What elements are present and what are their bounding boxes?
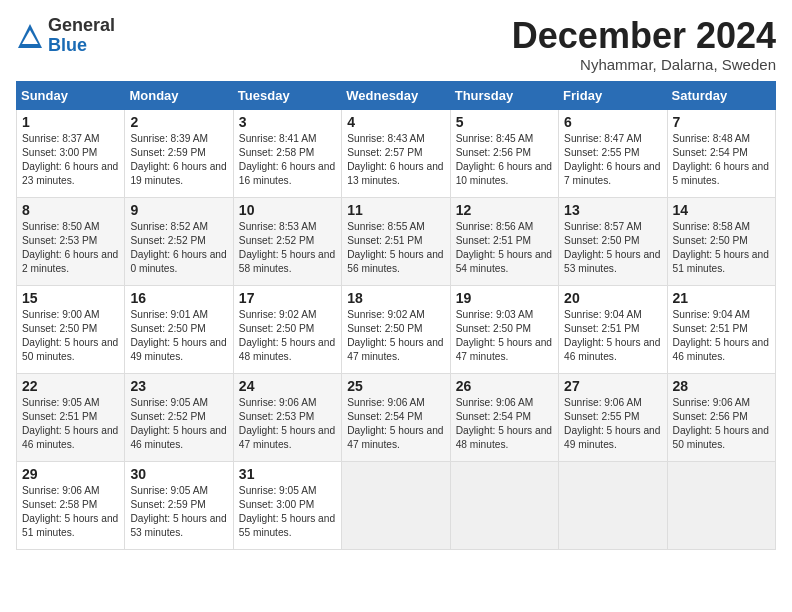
calendar-cell: 24Sunrise: 9:06 AM Sunset: 2:53 PM Dayli… <box>233 373 341 461</box>
cell-content: Sunrise: 9:06 AM Sunset: 2:53 PM Dayligh… <box>239 396 336 453</box>
header-saturday: Saturday <box>667 81 775 109</box>
cell-content: Sunrise: 8:57 AM Sunset: 2:50 PM Dayligh… <box>564 220 661 277</box>
cell-content: Sunrise: 9:03 AM Sunset: 2:50 PM Dayligh… <box>456 308 553 365</box>
calendar-week-row: 29Sunrise: 9:06 AM Sunset: 2:58 PM Dayli… <box>17 461 776 549</box>
cell-content: Sunrise: 9:02 AM Sunset: 2:50 PM Dayligh… <box>239 308 336 365</box>
day-number: 26 <box>456 378 553 394</box>
day-number: 2 <box>130 114 227 130</box>
calendar-cell: 25Sunrise: 9:06 AM Sunset: 2:54 PM Dayli… <box>342 373 450 461</box>
day-number: 19 <box>456 290 553 306</box>
calendar-cell: 26Sunrise: 9:06 AM Sunset: 2:54 PM Dayli… <box>450 373 558 461</box>
cell-content: Sunrise: 8:45 AM Sunset: 2:56 PM Dayligh… <box>456 132 553 189</box>
day-number: 28 <box>673 378 770 394</box>
logo-text: General Blue <box>48 16 115 56</box>
calendar-cell <box>559 461 667 549</box>
header-friday: Friday <box>559 81 667 109</box>
calendar-cell: 7Sunrise: 8:48 AM Sunset: 2:54 PM Daylig… <box>667 109 775 197</box>
cell-content: Sunrise: 9:00 AM Sunset: 2:50 PM Dayligh… <box>22 308 119 365</box>
day-number: 31 <box>239 466 336 482</box>
day-number: 6 <box>564 114 661 130</box>
calendar-cell: 1Sunrise: 8:37 AM Sunset: 3:00 PM Daylig… <box>17 109 125 197</box>
header-wednesday: Wednesday <box>342 81 450 109</box>
day-number: 5 <box>456 114 553 130</box>
cell-content: Sunrise: 8:47 AM Sunset: 2:55 PM Dayligh… <box>564 132 661 189</box>
cell-content: Sunrise: 8:58 AM Sunset: 2:50 PM Dayligh… <box>673 220 770 277</box>
calendar-cell: 15Sunrise: 9:00 AM Sunset: 2:50 PM Dayli… <box>17 285 125 373</box>
month-title: December 2024 <box>512 16 776 56</box>
day-number: 21 <box>673 290 770 306</box>
calendar-cell: 23Sunrise: 9:05 AM Sunset: 2:52 PM Dayli… <box>125 373 233 461</box>
header-monday: Monday <box>125 81 233 109</box>
calendar-cell: 12Sunrise: 8:56 AM Sunset: 2:51 PM Dayli… <box>450 197 558 285</box>
header-thursday: Thursday <box>450 81 558 109</box>
calendar-cell: 31Sunrise: 9:05 AM Sunset: 3:00 PM Dayli… <box>233 461 341 549</box>
header-sunday: Sunday <box>17 81 125 109</box>
cell-content: Sunrise: 8:41 AM Sunset: 2:58 PM Dayligh… <box>239 132 336 189</box>
cell-content: Sunrise: 8:43 AM Sunset: 2:57 PM Dayligh… <box>347 132 444 189</box>
logo: General Blue <box>16 16 115 56</box>
day-number: 18 <box>347 290 444 306</box>
cell-content: Sunrise: 8:37 AM Sunset: 3:00 PM Dayligh… <box>22 132 119 189</box>
cell-content: Sunrise: 9:06 AM Sunset: 2:56 PM Dayligh… <box>673 396 770 453</box>
cell-content: Sunrise: 9:06 AM Sunset: 2:54 PM Dayligh… <box>347 396 444 453</box>
calendar-cell: 9Sunrise: 8:52 AM Sunset: 2:52 PM Daylig… <box>125 197 233 285</box>
cell-content: Sunrise: 9:06 AM Sunset: 2:55 PM Dayligh… <box>564 396 661 453</box>
day-number: 30 <box>130 466 227 482</box>
cell-content: Sunrise: 8:55 AM Sunset: 2:51 PM Dayligh… <box>347 220 444 277</box>
cell-content: Sunrise: 8:56 AM Sunset: 2:51 PM Dayligh… <box>456 220 553 277</box>
calendar-header-row: SundayMondayTuesdayWednesdayThursdayFrid… <box>17 81 776 109</box>
calendar-cell: 18Sunrise: 9:02 AM Sunset: 2:50 PM Dayli… <box>342 285 450 373</box>
calendar-cell: 30Sunrise: 9:05 AM Sunset: 2:59 PM Dayli… <box>125 461 233 549</box>
calendar-cell: 8Sunrise: 8:50 AM Sunset: 2:53 PM Daylig… <box>17 197 125 285</box>
calendar-cell: 3Sunrise: 8:41 AM Sunset: 2:58 PM Daylig… <box>233 109 341 197</box>
location-subtitle: Nyhammar, Dalarna, Sweden <box>512 56 776 73</box>
page-header: General Blue December 2024 Nyhammar, Dal… <box>16 16 776 73</box>
calendar-cell: 17Sunrise: 9:02 AM Sunset: 2:50 PM Dayli… <box>233 285 341 373</box>
day-number: 16 <box>130 290 227 306</box>
logo-general-label: General <box>48 16 115 36</box>
cell-content: Sunrise: 8:52 AM Sunset: 2:52 PM Dayligh… <box>130 220 227 277</box>
calendar-cell <box>667 461 775 549</box>
day-number: 24 <box>239 378 336 394</box>
cell-content: Sunrise: 9:06 AM Sunset: 2:58 PM Dayligh… <box>22 484 119 541</box>
day-number: 20 <box>564 290 661 306</box>
day-number: 4 <box>347 114 444 130</box>
calendar-cell: 14Sunrise: 8:58 AM Sunset: 2:50 PM Dayli… <box>667 197 775 285</box>
cell-content: Sunrise: 8:48 AM Sunset: 2:54 PM Dayligh… <box>673 132 770 189</box>
day-number: 12 <box>456 202 553 218</box>
cell-content: Sunrise: 9:05 AM Sunset: 2:52 PM Dayligh… <box>130 396 227 453</box>
header-tuesday: Tuesday <box>233 81 341 109</box>
day-number: 3 <box>239 114 336 130</box>
day-number: 29 <box>22 466 119 482</box>
calendar-cell: 16Sunrise: 9:01 AM Sunset: 2:50 PM Dayli… <box>125 285 233 373</box>
day-number: 22 <box>22 378 119 394</box>
calendar-cell <box>342 461 450 549</box>
calendar-week-row: 1Sunrise: 8:37 AM Sunset: 3:00 PM Daylig… <box>17 109 776 197</box>
cell-content: Sunrise: 9:02 AM Sunset: 2:50 PM Dayligh… <box>347 308 444 365</box>
calendar-cell: 13Sunrise: 8:57 AM Sunset: 2:50 PM Dayli… <box>559 197 667 285</box>
calendar-cell: 6Sunrise: 8:47 AM Sunset: 2:55 PM Daylig… <box>559 109 667 197</box>
day-number: 17 <box>239 290 336 306</box>
day-number: 13 <box>564 202 661 218</box>
cell-content: Sunrise: 9:05 AM Sunset: 2:51 PM Dayligh… <box>22 396 119 453</box>
calendar-cell <box>450 461 558 549</box>
calendar-cell: 5Sunrise: 8:45 AM Sunset: 2:56 PM Daylig… <box>450 109 558 197</box>
cell-content: Sunrise: 9:01 AM Sunset: 2:50 PM Dayligh… <box>130 308 227 365</box>
calendar-cell: 28Sunrise: 9:06 AM Sunset: 2:56 PM Dayli… <box>667 373 775 461</box>
cell-content: Sunrise: 9:05 AM Sunset: 2:59 PM Dayligh… <box>130 484 227 541</box>
calendar-week-row: 8Sunrise: 8:50 AM Sunset: 2:53 PM Daylig… <box>17 197 776 285</box>
calendar-cell: 11Sunrise: 8:55 AM Sunset: 2:51 PM Dayli… <box>342 197 450 285</box>
day-number: 1 <box>22 114 119 130</box>
cell-content: Sunrise: 8:50 AM Sunset: 2:53 PM Dayligh… <box>22 220 119 277</box>
day-number: 15 <box>22 290 119 306</box>
cell-content: Sunrise: 9:04 AM Sunset: 2:51 PM Dayligh… <box>564 308 661 365</box>
calendar-cell: 19Sunrise: 9:03 AM Sunset: 2:50 PM Dayli… <box>450 285 558 373</box>
day-number: 9 <box>130 202 227 218</box>
calendar-table: SundayMondayTuesdayWednesdayThursdayFrid… <box>16 81 776 550</box>
day-number: 27 <box>564 378 661 394</box>
day-number: 11 <box>347 202 444 218</box>
calendar-cell: 4Sunrise: 8:43 AM Sunset: 2:57 PM Daylig… <box>342 109 450 197</box>
day-number: 8 <box>22 202 119 218</box>
calendar-cell: 27Sunrise: 9:06 AM Sunset: 2:55 PM Dayli… <box>559 373 667 461</box>
cell-content: Sunrise: 8:53 AM Sunset: 2:52 PM Dayligh… <box>239 220 336 277</box>
